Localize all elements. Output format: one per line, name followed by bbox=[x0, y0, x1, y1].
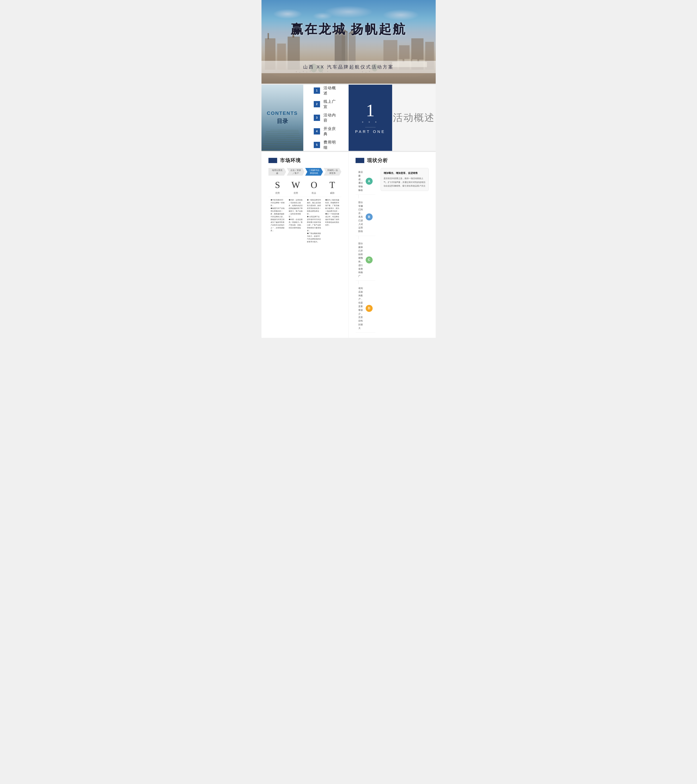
menu-text-2: 线上广宣 bbox=[323, 99, 338, 109]
contents-label-group: CONTENTS 目录 bbox=[267, 110, 298, 125]
status-badge-d: D bbox=[366, 305, 372, 312]
status-bar-accent bbox=[356, 158, 364, 163]
status-callout-panel: 增加曝光、增加意客、促进销售 是目前店内首要之急，推持一场活动鼓励上气，扩大市场… bbox=[381, 168, 429, 333]
status-item-c: 部分媒体已开始前期预热，进行造势和推广 C bbox=[356, 239, 376, 281]
market-title: 市场环境 bbox=[280, 157, 301, 164]
status-text-b: 部分车辆已到店，库具已进入试运营阶段 bbox=[358, 201, 363, 233]
status-item-d: 有到店咨询客户，但是意客客较少，且盲目性比较大 D bbox=[356, 284, 376, 333]
swot-sub-0: 优势 bbox=[269, 191, 287, 197]
status-badge-b: B bbox=[366, 213, 372, 221]
part-number: 1 bbox=[366, 102, 375, 119]
callout-title: 增加曝光、增加意客、促进销售 bbox=[384, 171, 426, 175]
swot-letter-t: T bbox=[323, 176, 341, 191]
swot-sublabel-row: 优势 劣势 机会 威胁 bbox=[269, 191, 341, 197]
hero-subtitle: 山西 XX 汽车品牌起航仪式活动方案 bbox=[262, 64, 436, 70]
market-slide: 市场环境 地理位置优越 企业／资源／客户 二线豪华品牌迎转机 同城同／品牌竞争 … bbox=[262, 152, 349, 338]
part-right-panel: 活动概述 bbox=[392, 85, 436, 151]
contents-title: CONTENTS bbox=[267, 110, 298, 116]
menu-item-2: 2 线上广宣 bbox=[314, 99, 338, 109]
swot-content-t: ◆因为二线的优越性强，同城两所市场产量、广客压确购力较强大，因为二线品牌冲击区；… bbox=[323, 197, 341, 245]
market-bar bbox=[269, 158, 277, 163]
status-text-a: 新店建成，通过审验验收 bbox=[358, 170, 363, 192]
callout-text: 是目前店内首要之急，推持一场活动鼓励上气，扩大市场声量，并通过有针对性的促销活动… bbox=[384, 177, 426, 188]
status-badge-a: A bbox=[366, 178, 372, 184]
swot-header-0: 地理位置优越 bbox=[269, 168, 286, 176]
status-header: 现状分析 bbox=[356, 157, 429, 164]
contents-chinese: 目录 bbox=[267, 117, 298, 125]
menu-text-1: 活动概述 bbox=[323, 86, 338, 96]
swot-sub-1: 劣势 bbox=[287, 191, 305, 197]
swot-content-row: ◆中际范围内XX汽车品牌唯一经销商； ◆集团汽车产业地理位置最好的一家，随着越来… bbox=[269, 197, 341, 245]
status-content: 新店建成，通过审验验收 A 部分车辆已到店，库具已进入试运营阶段 B 部分媒体已… bbox=[356, 168, 429, 333]
connector-bc bbox=[358, 236, 376, 239]
status-item-a: 新店建成，通过审验验收 A bbox=[356, 168, 376, 195]
swot-content-s: ◆中际范围内XX汽车品牌唯一经销商； ◆集团汽车产业地理位置最好的一家，随着越来… bbox=[269, 197, 287, 245]
swot-letter-s: S bbox=[269, 176, 287, 191]
contents-left-panel: CONTENTS 目录 bbox=[262, 85, 303, 151]
status-text-d: 有到店咨询客户，但是意客客较少，且盲目性比较大 bbox=[358, 287, 363, 330]
swot-letter-w: W bbox=[287, 176, 305, 191]
contents-slide: CONTENTS 目录 1 活动概述 2 线上广宣 3 活动内容 4 开业庆典 bbox=[262, 85, 349, 151]
menu-item-4: 4 开业庆典 bbox=[314, 126, 338, 137]
part-label: PART ONE bbox=[355, 129, 386, 134]
vineyard-bg bbox=[262, 130, 303, 151]
menu-num-1: 1 bbox=[314, 87, 320, 94]
hero-slide: 赢在龙城 扬帆起航 山西 XX 汽车品牌起航仪式活动方案 bbox=[262, 0, 436, 84]
menu-text-5: 费用明细 bbox=[323, 140, 338, 150]
menu-text-4: 开业庆典 bbox=[323, 126, 338, 137]
swot-content-o: ◆一线客品牌竞争激烈，随之反应效策力度加强，政府及官宣的价款及一线客品牌迅单拉转… bbox=[305, 197, 323, 245]
status-title: 现状分析 bbox=[367, 157, 388, 164]
market-header: 市场环境 bbox=[269, 157, 341, 164]
hero-subtitle-bar: 山西 XX 汽车品牌起航仪式活动方案 bbox=[262, 61, 436, 73]
connector-cd bbox=[358, 281, 376, 284]
hero-main-title: 赢在龙城 扬帆起航 bbox=[262, 21, 436, 38]
menu-item-5: 5 费用明细 bbox=[314, 140, 338, 150]
part-one-slide: 1 × × × PART ONE 活动概述 bbox=[349, 85, 436, 151]
swot-letter-row: S W O T bbox=[269, 176, 341, 191]
bottom-row: 市场环境 地理位置优越 企业／资源／客户 二线豪华品牌迎转机 同城同／品牌竞争 … bbox=[262, 152, 436, 338]
swot-header-1: 企业／资源／客户 bbox=[287, 168, 305, 176]
swot-headers: 地理位置优越 企业／资源／客户 二线豪华品牌迎转机 同城同／品牌竞争 bbox=[269, 168, 341, 176]
hero-title-area: 赢在龙城 扬帆起航 bbox=[262, 21, 436, 38]
status-items: 新店建成，通过审验验收 A 部分车辆已到店，库具已进入试运营阶段 B 部分媒体已… bbox=[356, 168, 376, 333]
swot-content-w: ◆内部：运营体条／无担保目之较多，短期内未必识趋势超越的客户和服务力、客户运旅／… bbox=[287, 197, 305, 245]
swot-letter-o: O bbox=[305, 176, 323, 191]
status-items-panel: 新店建成，通过审验验收 A 部分车辆已到店，库具已进入试运营阶段 B 部分媒体已… bbox=[356, 168, 376, 333]
status-text-c: 部分媒体已开始前期预热，进行造势和推广 bbox=[358, 242, 363, 278]
part-left-panel: 1 × × × PART ONE bbox=[349, 85, 392, 151]
menu-item-1: 1 活动概述 bbox=[314, 86, 338, 96]
status-item-b: 部分车辆已到店，库具已进入试运营阶段 B bbox=[356, 198, 376, 236]
second-row: CONTENTS 目录 1 活动概述 2 线上广宣 3 活动内容 4 开业庆典 bbox=[262, 85, 436, 151]
menu-num-2: 2 bbox=[314, 101, 320, 107]
swot-sub-2: 机会 bbox=[305, 191, 323, 197]
status-callout: 增加曝光、增加意客、促进销售 是目前店内首要之急，推持一场活动鼓励上气，扩大市场… bbox=[381, 168, 429, 191]
swot-header-2: 二线豪华品牌迎转机 bbox=[305, 168, 323, 176]
menu-num-4: 4 bbox=[314, 128, 320, 135]
connector-ab bbox=[358, 195, 376, 198]
status-slide: 现状分析 新店建成，通过审验验收 A 部分车辆已到店，库具已进入试运营阶段 B bbox=[349, 152, 436, 338]
swot-header-3: 同城同／品牌竞争 bbox=[324, 168, 341, 176]
part-right-title: 活动概述 bbox=[393, 111, 435, 124]
menu-num-3: 3 bbox=[314, 115, 320, 121]
swot-sub-3: 威胁 bbox=[323, 191, 341, 197]
menu-num-5: 5 bbox=[314, 142, 320, 148]
part-xxx: × × × bbox=[362, 120, 379, 124]
contents-menu: 1 活动概述 2 线上广宣 3 活动内容 4 开业庆典 5 费用明细 bbox=[303, 85, 349, 151]
menu-item-3: 3 活动内容 bbox=[314, 112, 338, 123]
status-badge-c: C bbox=[366, 257, 372, 264]
menu-text-3: 活动内容 bbox=[323, 112, 338, 123]
